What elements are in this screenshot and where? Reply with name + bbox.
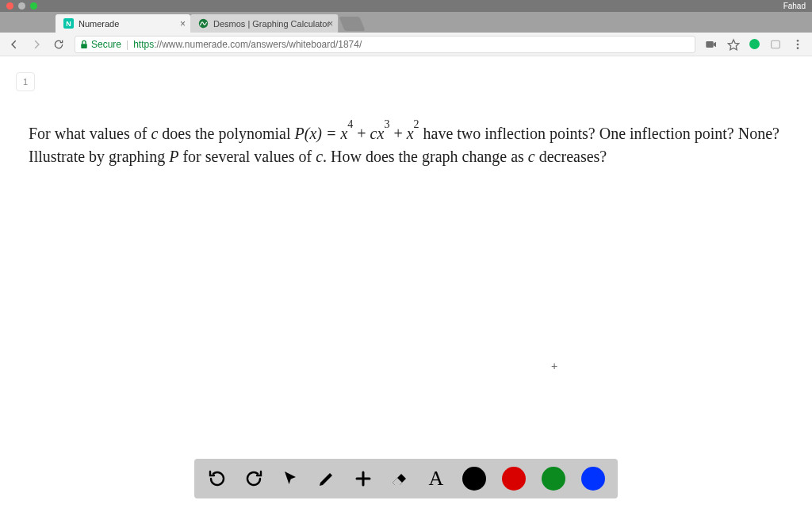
extension-icon[interactable] <box>749 39 760 49</box>
secure-badge: Secure <box>80 39 121 50</box>
tab-numerade[interactable]: N Numerade × <box>56 14 190 33</box>
lock-icon <box>80 40 88 49</box>
close-tab-icon[interactable]: × <box>327 18 333 29</box>
add-element-icon[interactable]: + <box>551 360 557 372</box>
svg-point-5 <box>797 40 799 42</box>
svg-rect-2 <box>706 41 713 48</box>
window-controls <box>6 2 37 10</box>
minimize-window-button[interactable] <box>18 2 25 10</box>
extension-box-icon[interactable] <box>769 38 782 51</box>
profile-name[interactable]: Fahad <box>783 2 806 10</box>
color-green[interactable] <box>542 467 565 491</box>
forward-button[interactable] <box>30 38 43 51</box>
tab-label: Desmos | Graphing Calculator <box>213 19 330 29</box>
reload-button[interactable] <box>52 38 65 51</box>
back-button[interactable] <box>8 38 21 51</box>
maximize-window-button[interactable] <box>30 2 37 10</box>
close-window-button[interactable] <box>6 2 13 10</box>
menu-icon[interactable] <box>791 38 804 51</box>
macos-titlebar: Fahad <box>0 0 812 12</box>
text-tool[interactable]: A <box>426 468 446 489</box>
url-text: https://www.numerade.com/answers/whitebo… <box>133 39 362 50</box>
svg-marker-3 <box>728 40 738 50</box>
svg-rect-1 <box>81 44 87 48</box>
undo-button[interactable] <box>207 468 228 489</box>
star-icon[interactable] <box>727 38 740 51</box>
secure-label: Secure <box>91 39 121 50</box>
svg-point-7 <box>797 47 799 49</box>
question-text: For what values of c does the polynomial… <box>0 56 812 168</box>
browser-tab-strip: N Numerade × Desmos | Graphing Calculato… <box>0 12 812 33</box>
browser-toolbar: Secure | https://www.numerade.com/answer… <box>0 33 812 56</box>
eraser-tool[interactable] <box>389 468 410 489</box>
whiteboard-toolbar: A <box>194 459 618 498</box>
svg-point-6 <box>797 43 799 45</box>
color-blue[interactable] <box>581 467 605 491</box>
new-tab-button[interactable] <box>339 17 366 31</box>
toolbar-right <box>705 38 804 51</box>
svg-rect-4 <box>772 40 780 48</box>
tab-desmos[interactable]: Desmos | Graphing Calculator × <box>190 14 339 33</box>
color-black[interactable] <box>462 467 486 491</box>
close-tab-icon[interactable]: × <box>180 18 186 29</box>
desmos-favicon <box>198 18 209 29</box>
camera-icon[interactable] <box>705 38 718 51</box>
color-red[interactable] <box>502 467 526 491</box>
numerade-favicon: N <box>63 18 74 29</box>
page-content: 1 For what values of c does the polynomi… <box>0 56 812 508</box>
address-field[interactable]: Secure | https://www.numerade.com/answer… <box>75 36 695 53</box>
pointer-tool[interactable] <box>280 468 301 489</box>
redo-button[interactable] <box>243 468 264 489</box>
slide-number[interactable]: 1 <box>16 72 35 91</box>
pencil-tool[interactable] <box>316 468 337 489</box>
add-tool[interactable] <box>353 468 373 489</box>
tab-label: Numerade <box>79 19 119 29</box>
